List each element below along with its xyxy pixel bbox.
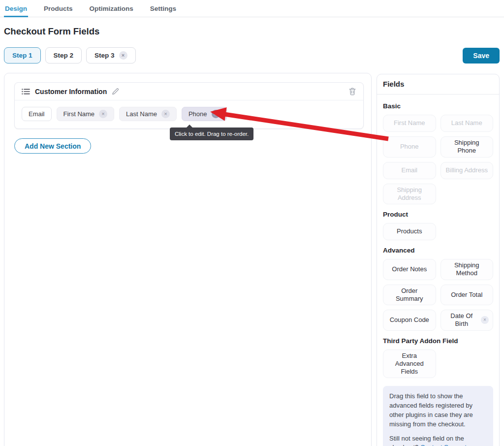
- field-button-billing-address: Billing Address: [441, 162, 494, 179]
- delete-section-trash-icon[interactable]: [348, 87, 356, 96]
- tab-settings[interactable]: Settings: [149, 1, 177, 17]
- field-button-label: Date Of Birth: [445, 312, 479, 328]
- form-canvas: Customer Information Email First Name: [4, 73, 372, 446]
- notice-paragraph-1: Drag this field to show the advanced fie…: [389, 392, 487, 429]
- remove-field-icon[interactable]: ×: [212, 110, 220, 118]
- section-customer-information[interactable]: Customer Information Email First Name: [14, 82, 364, 129]
- field-button-phone: Phone: [383, 136, 436, 158]
- group-label-product: Product: [383, 211, 493, 218]
- step-3-tab[interactable]: Step 3 ×: [86, 47, 136, 64]
- basic-field-grid: First Name Last Name Phone Shipping Phon…: [383, 115, 493, 204]
- sidebar-title: Fields: [377, 74, 499, 95]
- drag-handle-icon[interactable]: [22, 88, 30, 95]
- field-button-order-total[interactable]: Order Total: [441, 285, 494, 306]
- section-title: Customer Information: [35, 88, 107, 96]
- field-chip-phone[interactable]: Phone ×: [182, 107, 227, 121]
- field-button-coupon-code[interactable]: Coupon Code: [383, 310, 436, 331]
- page-title: Checkout Form Fields: [4, 26, 99, 37]
- field-button-shipping-method[interactable]: Shipping Method: [441, 259, 494, 280]
- remove-field-icon[interactable]: ×: [161, 110, 170, 118]
- field-button-date-of-birth[interactable]: Date Of Birth ×: [441, 310, 494, 331]
- step-tabs: Step 1 Step 2 Step 3 ×: [4, 47, 136, 64]
- edit-pencil-icon[interactable]: [112, 88, 119, 95]
- field-chip-label: Phone: [189, 110, 207, 118]
- field-button-extra-advanced-fields[interactable]: Extra Advanced Fields: [383, 350, 436, 379]
- field-button-order-summary[interactable]: Order Summary: [383, 285, 436, 306]
- notice-paragraph-2: Still not seeing field on the checkout? …: [389, 434, 487, 446]
- step-2-tab[interactable]: Step 2: [45, 47, 82, 64]
- tooltip: Click to edit. Drag to re-order.: [170, 127, 253, 140]
- field-button-last-name: Last Name: [441, 115, 494, 132]
- field-button-shipping-address: Shipping Address: [383, 184, 436, 205]
- field-button-first-name: First Name: [383, 115, 436, 132]
- field-button-shipping-phone[interactable]: Shipping Phone: [441, 136, 494, 158]
- tab-design[interactable]: Design: [4, 1, 28, 17]
- fields-sidebar: Fields Basic First Name Last Name Phone …: [377, 74, 500, 446]
- tab-optimizations[interactable]: Optimizations: [89, 1, 134, 17]
- advanced-field-grid: Order Notes Shipping Method Order Summar…: [383, 259, 493, 331]
- sidebar-body: Basic First Name Last Name Phone Shippin…: [377, 95, 499, 446]
- field-chip-label: Last Name: [126, 110, 157, 118]
- field-chip-label: Email: [29, 110, 45, 118]
- field-chip-email[interactable]: Email: [22, 107, 52, 121]
- product-field-grid: Products: [383, 223, 493, 240]
- field-button-products[interactable]: Products: [383, 223, 436, 240]
- top-tab-bar: Design Products Optimizations Settings: [0, 0, 504, 17]
- step-3-label: Step 3: [94, 52, 115, 59]
- step-3-remove-icon[interactable]: ×: [119, 51, 127, 60]
- step-2-label: Step 2: [54, 52, 74, 59]
- add-new-section-button[interactable]: Add New Section: [14, 138, 91, 154]
- field-chip-last-name[interactable]: Last Name ×: [119, 107, 177, 121]
- step-1-label: Step 1: [12, 52, 32, 59]
- group-label-third-party: Third Party Addon Field: [383, 337, 493, 345]
- field-chip-first-name[interactable]: First Name ×: [57, 107, 115, 121]
- contact-support-link[interactable]: Contact Support: [418, 444, 467, 446]
- third-party-field-grid: Extra Advanced Fields: [383, 350, 493, 379]
- drag-field-notice: Drag this field to show the advanced fie…: [383, 386, 493, 446]
- group-label-basic: Basic: [383, 102, 493, 110]
- remove-field-icon[interactable]: ×: [99, 110, 107, 118]
- group-label-advanced: Advanced: [383, 247, 493, 254]
- field-button-email: Email: [383, 162, 436, 179]
- field-button-order-notes[interactable]: Order Notes: [383, 259, 436, 280]
- field-chip-label: First Name: [63, 110, 95, 118]
- section-header: Customer Information: [15, 83, 363, 100]
- save-button[interactable]: Save: [463, 48, 500, 64]
- remove-field-icon[interactable]: ×: [481, 316, 489, 324]
- tab-products[interactable]: Products: [43, 1, 74, 17]
- step-1-tab[interactable]: Step 1: [4, 47, 41, 64]
